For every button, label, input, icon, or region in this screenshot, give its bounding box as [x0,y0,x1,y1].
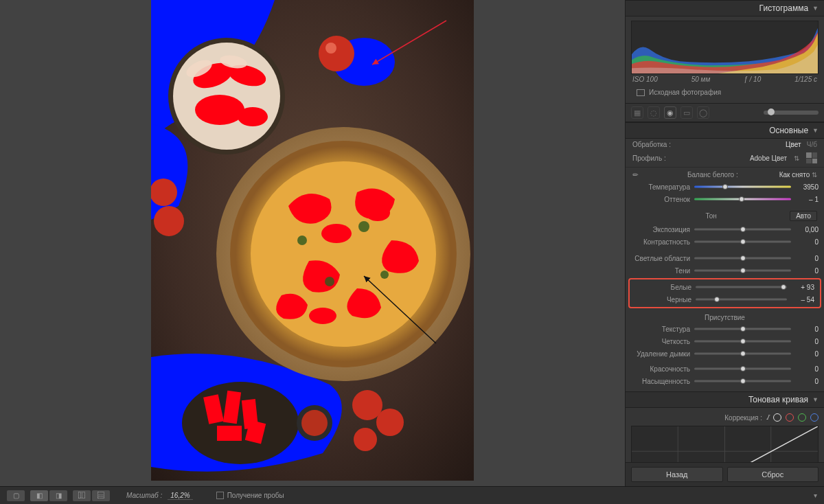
compare-after-icon[interactable]: ◨ [49,490,67,501]
svg-point-22 [380,271,389,279]
compare-before-icon[interactable]: ◧ [30,490,48,501]
whites-value[interactable]: + 93 [791,284,814,291]
blacks-value[interactable]: – 54 [791,296,814,303]
crop-tool-icon[interactable]: ▦ [631,106,643,119]
saturation-label: Насыщенность [631,378,690,385]
basic-header[interactable]: Основные ▼ [626,122,824,139]
whites-blacks-highlight: Белые + 93 Черные – 54 [628,278,821,308]
exposure-slider[interactable] [694,225,791,233]
blacks-slider[interactable] [696,295,787,303]
dehaze-value[interactable]: 0 [795,350,819,358]
whites-slider[interactable] [696,283,787,291]
tone-curve[interactable] [631,426,819,462]
svg-point-17 [321,224,352,243]
curve-red[interactable] [786,413,794,422]
svg-rect-31 [217,426,242,441]
zoom-label: Масштаб : [126,492,162,499]
tool-size-slider[interactable] [764,111,819,115]
photo-preview[interactable] [151,0,474,481]
vibrance-label: Красочность [631,365,690,373]
exposure-value[interactable]: 0,00 [795,226,819,233]
svg-point-13 [154,206,184,236]
auto-button[interactable]: Авто [790,211,817,221]
tint-slider[interactable] [694,195,791,203]
clarity-slider[interactable] [694,337,791,345]
redeye-tool-icon[interactable]: ◉ [664,106,676,119]
profile-value[interactable]: Adobe Цвет [750,154,787,162]
saturation-value[interactable]: 0 [795,378,819,385]
profile-row[interactable]: Профиль : Adobe Цвет ⇅ [626,150,824,165]
spot-tool-icon[interactable]: ◌ [648,106,660,119]
dehaze-slider[interactable] [694,350,791,358]
temp-value[interactable]: 3950 [795,183,819,191]
clarity-label: Четкость [631,338,690,345]
back-button[interactable]: Назад [631,467,723,482]
svg-point-18 [365,205,390,221]
tint-label: Оттенок [631,196,690,203]
blacks-label: Черные [635,296,691,303]
curve-blue[interactable] [810,413,819,422]
presence-header: Присутствие [626,310,824,323]
chevron-down-icon: ▼ [812,127,819,134]
texture-label: Текстура [631,325,690,333]
vibrance-slider[interactable] [694,365,791,373]
profile-browser-icon[interactable] [806,152,817,163]
highlights-slider[interactable] [694,254,791,262]
tone-header: Тон [632,212,790,220]
svg-point-11 [325,43,336,54]
shadows-label: Тени [631,267,690,275]
svg-point-34 [301,410,328,436]
treatment-row: Обработка : Цвет Ч/б [626,139,824,150]
histogram[interactable] [631,21,819,74]
svg-point-25 [376,409,404,436]
shadows-slider[interactable] [694,266,791,275]
dehaze-label: Удаление дымки [631,350,690,358]
curve-green[interactable] [798,413,806,422]
texture-value[interactable]: 0 [795,325,819,333]
histogram-title: Гистограмма [759,3,808,13]
vibrance-value[interactable]: 0 [795,365,819,373]
original-photo-toggle[interactable]: Исходная фотография [631,86,819,99]
updown-icon[interactable]: ⇅ [794,154,799,162]
clarity-value[interactable]: 0 [795,338,819,345]
sample-checkbox[interactable]: Получение пробы [216,492,284,499]
compare-swap-icon[interactable]: ⿳ [92,490,110,501]
texture-slider[interactable] [694,325,791,333]
gradient-tool-icon[interactable]: ▭ [680,106,693,119]
shadows-value[interactable]: 0 [795,267,819,275]
contrast-label: Контрастность [631,238,690,246]
canvas-area[interactable] [0,0,625,486]
treatment-color[interactable]: Цвет [786,141,801,148]
wb-dropdown[interactable]: Как снято ⇅ [779,171,817,179]
tool-strip: ▦ ◌ ◉ ▭ ◯ [626,103,824,122]
loupe-view-icon[interactable]: ▢ [7,490,25,501]
basic-title: Основные [769,126,808,135]
highlights-value[interactable]: 0 [795,255,819,262]
tone-curve-header[interactable]: Тоновая кривая ▼ [626,391,824,408]
zoom-value[interactable]: 16,2% [168,492,192,500]
reset-button[interactable]: Сброс [727,467,819,482]
svg-point-26 [354,428,377,451]
treatment-bw[interactable]: Ч/б [807,141,817,148]
contrast-slider[interactable] [694,238,791,246]
compare-split-icon[interactable]: ⿲ [73,490,91,501]
wb-label: Баланс белого : [646,171,779,179]
radial-tool-icon[interactable]: ◯ [697,106,709,119]
develop-right-panel: Гистограмма ▼ ▲ ▲ [625,0,824,486]
curve-rgb[interactable] [773,413,781,422]
histogram-header[interactable]: Гистограмма ▼ [626,0,824,16]
eyedropper-icon[interactable]: ✎ [630,170,639,179]
temp-label: Температура [631,183,690,191]
temp-slider[interactable] [694,183,791,191]
soft-proof-chevron-icon[interactable]: ▾ [814,492,817,499]
svg-point-19 [309,308,336,324]
histogram-meta: ISO 100 50 мм ƒ / 10 1/125 с [631,74,819,86]
highlights-label: Светлые области [631,255,690,262]
saturation-slider[interactable] [694,377,791,385]
contrast-value[interactable]: 0 [795,238,819,246]
whites-label: Белые [635,284,691,291]
curve-region-icon[interactable]: 𝘐 [766,413,769,422]
tint-value[interactable]: – 1 [795,196,819,203]
svg-point-23 [297,236,307,245]
tone-curve-title: Тоновая кривая [748,395,808,404]
